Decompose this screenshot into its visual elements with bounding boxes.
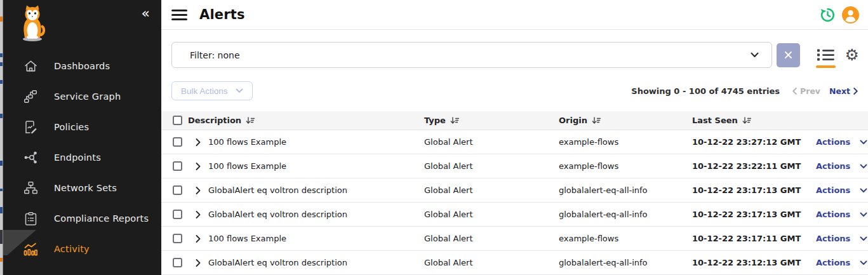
row-actions-dropdown[interactable]: Actions [816,234,867,243]
toolbar: Filter: none ⚙ [161,42,868,68]
prev-label: Prev [800,86,820,96]
row-description-cell: 100 flows Example [188,137,424,147]
chevron-down-icon [860,260,867,265]
sidebar-item-label: Service Graph [54,91,121,102]
edge-tick [0,189,3,191]
sidebar-item-dashboards[interactable]: Dashboards [3,51,161,81]
sidebar-collapse-icon[interactable]: « [142,6,150,20]
header-actions [819,6,859,23]
prev-chevron-icon [792,88,797,95]
row-actions-dropdown[interactable]: Actions [816,137,867,147]
row-description: GlobalAlert eq voltron description [208,185,347,195]
sort-icon [450,117,459,124]
next-chevron-icon [853,88,858,95]
row-checkbox[interactable] [173,234,182,243]
row-actions-dropdown[interactable]: Actions [816,185,867,195]
edge-tick [0,161,3,166]
edge-tick [0,62,3,66]
actions-label: Actions [816,258,850,267]
sidebar-item-compliance-reports[interactable]: Compliance Reports [3,203,161,234]
actions-label: Actions [816,234,850,243]
chevron-down-icon [860,140,867,145]
row-description-cell: GlobalAlert eq voltron description [188,185,424,195]
row-actions-dropdown[interactable]: Actions [816,210,867,219]
sidebar-item-label: Endpoints [54,152,101,163]
expand-row-icon[interactable] [196,163,201,170]
column-header-origin[interactable]: Origin [559,116,692,125]
endpoints-icon [23,151,37,164]
row-origin: example-flows [559,234,692,243]
user-avatar-icon[interactable] [842,6,859,23]
row-checkbox[interactable] [173,161,182,171]
sidebar-item-policies[interactable]: Policies [3,112,161,142]
chevron-down-icon [860,236,867,241]
home-icon [23,59,37,73]
row-origin: globalalert-eq-all-info [559,258,692,267]
compliance-reports-icon [23,211,37,225]
next-page-button[interactable]: Next [829,86,858,96]
history-icon[interactable] [819,6,836,23]
activity-icon [23,242,37,256]
row-last-seen: 10-12-22 23:17:13 GMT [692,210,816,219]
sort-icon [742,117,751,124]
row-description: 100 flows Example [208,137,286,147]
column-header-last-seen[interactable]: Last Seen [692,116,816,125]
row-origin: example-flows [559,161,692,171]
actions-label: Actions [816,185,850,195]
row-checkbox[interactable] [173,258,182,267]
row-type: Global Alert [424,161,559,171]
clear-filter-button[interactable] [777,43,800,67]
row-description: 100 flows Example [208,161,286,171]
row-description: 100 flows Example [208,234,286,243]
row-origin: globalalert-eq-all-info [559,210,692,219]
row-actions-dropdown[interactable]: Actions [816,161,867,171]
sidebar-item-label: Policies [54,122,89,132]
row-checkbox[interactable] [173,185,182,195]
sidebar-item-endpoints[interactable]: Endpoints [3,142,161,173]
sidebar-item-network-sets[interactable]: Network Sets [3,173,161,203]
partial-item-icon [23,267,37,271]
table-row: 100 flows Example Global Alert example-f… [161,154,868,178]
sidebar-item-label: Activity [54,244,90,254]
column-header-type[interactable]: Type [424,116,559,125]
menu-icon[interactable] [171,10,187,20]
sidebar-item-partial[interactable] [3,264,161,271]
policies-icon [23,120,37,134]
expand-row-icon[interactable] [196,187,201,194]
calico-cat-logo [18,5,47,42]
bulk-actions-button[interactable]: Bulk Actions [171,81,253,100]
row-actions-dropdown[interactable]: Actions [816,258,867,267]
app-screen: « Dashboards Service Graph Policies [0,0,868,275]
row-type: Global Alert [424,137,559,147]
edge-tick [0,207,3,213]
expand-row-icon[interactable] [196,235,201,243]
row-last-seen: 10-12-22 23:17:13 GMT [692,185,816,195]
bulk-actions-label: Bulk Actions [181,86,228,96]
table-row: GlobalAlert eq voltron description Globa… [161,178,868,203]
chevron-down-icon [860,212,867,217]
edge-tick [0,114,3,118]
table-row: 100 flows Example Global Alert example-f… [161,227,868,251]
row-checkbox[interactable] [173,210,182,219]
sidebar-item-label: Compliance Reports [54,213,149,224]
expand-row-icon[interactable] [196,138,201,146]
expand-row-icon[interactable] [196,259,201,267]
expand-row-icon[interactable] [196,211,201,218]
row-last-seen: 10-12-22 23:12:13 GMT [692,258,816,267]
row-checkbox[interactable] [173,137,182,147]
table-row: GlobalAlert eq voltron description Globa… [161,203,868,227]
next-label: Next [829,86,850,96]
filter-select[interactable]: Filter: none [171,42,772,68]
column-header-description[interactable]: Description [188,116,424,125]
list-view-toggle[interactable] [817,42,834,68]
row-type: Global Alert [424,210,559,219]
gear-icon[interactable]: ⚙ [845,47,859,63]
prev-page-button[interactable]: Prev [792,86,820,96]
service-graph-icon [23,90,37,104]
row-description-cell: GlobalAlert eq voltron description [188,210,424,219]
sidebar-item-service-graph[interactable]: Service Graph [3,81,161,112]
page-title: Alerts [199,7,245,22]
edge-tick [0,230,3,244]
select-all-checkbox[interactable] [173,116,182,125]
sidebar-item-activity[interactable]: Activity [3,234,161,264]
